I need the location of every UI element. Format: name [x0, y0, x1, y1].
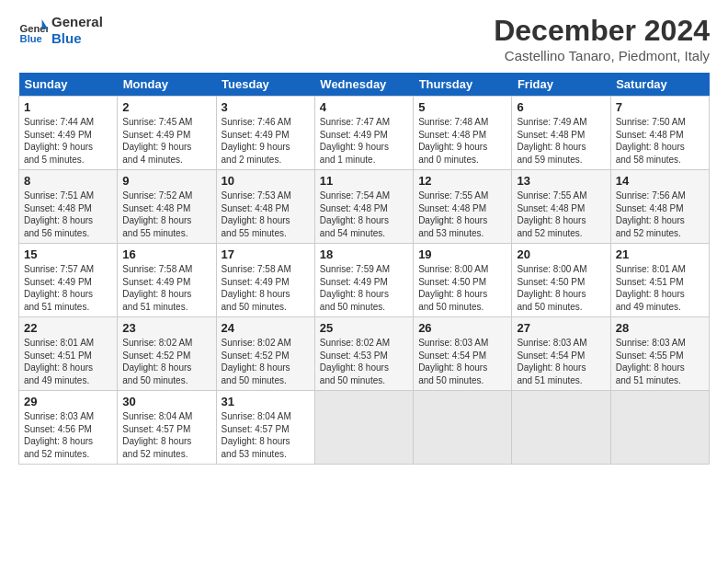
weekday-header-row: SundayMondayTuesdayWednesdayThursdayFrid… [19, 73, 710, 97]
day-cell: 30Sunrise: 8:04 AMSunset: 4:57 PMDayligh… [118, 391, 216, 465]
week-row-3: 15Sunrise: 7:57 AMSunset: 4:49 PMDayligh… [19, 244, 710, 317]
day-cell: 13Sunrise: 7:55 AMSunset: 4:48 PMDayligh… [512, 170, 610, 244]
day-number: 11 [320, 174, 408, 188]
day-info: Sunrise: 7:44 AMSunset: 4:49 PMDaylight:… [24, 116, 112, 166]
header: General Blue General Blue December 2024 … [18, 14, 710, 63]
day-cell: 6Sunrise: 7:49 AMSunset: 4:48 PMDaylight… [512, 97, 610, 170]
week-row-4: 22Sunrise: 8:01 AMSunset: 4:51 PMDayligh… [19, 317, 710, 391]
day-number: 9 [122, 174, 210, 188]
day-cell: 8Sunrise: 7:51 AMSunset: 4:48 PMDaylight… [19, 170, 118, 244]
weekday-monday: Monday [118, 73, 216, 97]
weekday-wednesday: Wednesday [314, 73, 413, 97]
day-cell: 2Sunrise: 7:45 AMSunset: 4:49 PMDaylight… [118, 97, 216, 170]
day-cell: 25Sunrise: 8:02 AMSunset: 4:53 PMDayligh… [314, 317, 413, 391]
day-cell: 11Sunrise: 7:54 AMSunset: 4:48 PMDayligh… [314, 170, 413, 244]
day-number: 8 [24, 174, 112, 188]
day-cell: 21Sunrise: 8:01 AMSunset: 4:51 PMDayligh… [610, 244, 709, 317]
day-number: 16 [122, 247, 210, 261]
day-info: Sunrise: 7:58 AMSunset: 4:49 PMDaylight:… [222, 263, 310, 313]
day-info: Sunrise: 7:49 AMSunset: 4:48 PMDaylight:… [517, 116, 605, 166]
day-info: Sunrise: 7:56 AMSunset: 4:48 PMDaylight:… [616, 190, 704, 239]
day-number: 28 [616, 321, 704, 335]
day-number: 15 [24, 247, 112, 261]
day-info: Sunrise: 7:45 AMSunset: 4:49 PMDaylight:… [122, 116, 210, 166]
day-cell [610, 391, 709, 465]
day-info: Sunrise: 7:50 AMSunset: 4:48 PMDaylight:… [616, 116, 704, 166]
day-cell: 10Sunrise: 7:53 AMSunset: 4:48 PMDayligh… [216, 170, 314, 244]
day-info: Sunrise: 7:57 AMSunset: 4:49 PMDaylight:… [24, 263, 112, 313]
week-row-1: 1Sunrise: 7:44 AMSunset: 4:49 PMDaylight… [19, 97, 710, 170]
day-number: 20 [517, 247, 605, 261]
day-cell: 23Sunrise: 8:02 AMSunset: 4:52 PMDayligh… [118, 317, 216, 391]
day-info: Sunrise: 8:01 AMSunset: 4:51 PMDaylight:… [24, 337, 112, 386]
day-number: 14 [616, 174, 704, 188]
day-cell [314, 391, 413, 465]
day-number: 5 [418, 100, 506, 114]
weekday-thursday: Thursday [414, 73, 512, 97]
day-cell: 1Sunrise: 7:44 AMSunset: 4:49 PMDaylight… [19, 97, 118, 170]
day-info: Sunrise: 8:02 AMSunset: 4:53 PMDaylight:… [320, 337, 408, 386]
day-cell: 7Sunrise: 7:50 AMSunset: 4:48 PMDaylight… [610, 97, 709, 170]
day-cell: 31Sunrise: 8:04 AMSunset: 4:57 PMDayligh… [216, 391, 314, 465]
day-info: Sunrise: 7:54 AMSunset: 4:48 PMDaylight:… [320, 190, 408, 239]
weekday-sunday: Sunday [19, 73, 118, 97]
day-number: 1 [24, 100, 112, 114]
logo: General Blue General Blue [18, 14, 103, 47]
day-number: 29 [24, 395, 112, 408]
day-number: 4 [320, 100, 408, 114]
location: Castellino Tanaro, Piedmont, Italy [494, 48, 710, 63]
day-number: 24 [222, 321, 310, 335]
day-info: Sunrise: 8:03 AMSunset: 4:56 PMDaylight:… [24, 410, 112, 460]
day-number: 12 [418, 174, 506, 188]
day-cell: 27Sunrise: 8:03 AMSunset: 4:54 PMDayligh… [512, 317, 610, 391]
week-row-2: 8Sunrise: 7:51 AMSunset: 4:48 PMDaylight… [19, 170, 710, 244]
day-cell: 4Sunrise: 7:47 AMSunset: 4:49 PMDaylight… [314, 97, 413, 170]
day-number: 25 [320, 321, 408, 335]
day-info: Sunrise: 8:03 AMSunset: 4:54 PMDaylight:… [517, 337, 605, 386]
day-cell: 16Sunrise: 7:58 AMSunset: 4:49 PMDayligh… [118, 244, 216, 317]
day-info: Sunrise: 7:58 AMSunset: 4:49 PMDaylight:… [122, 263, 210, 313]
day-number: 31 [222, 395, 310, 408]
logo-general: General [51, 14, 103, 30]
day-info: Sunrise: 8:00 AMSunset: 4:50 PMDaylight:… [418, 263, 506, 313]
day-info: Sunrise: 7:52 AMSunset: 4:48 PMDaylight:… [122, 190, 210, 239]
weekday-tuesday: Tuesday [216, 73, 314, 97]
day-cell: 3Sunrise: 7:46 AMSunset: 4:49 PMDaylight… [216, 97, 314, 170]
day-number: 27 [517, 321, 605, 335]
day-cell: 20Sunrise: 8:00 AMSunset: 4:50 PMDayligh… [512, 244, 610, 317]
title-block: December 2024 Castellino Tanaro, Piedmon… [494, 14, 710, 63]
day-number: 17 [222, 247, 310, 261]
day-info: Sunrise: 8:03 AMSunset: 4:55 PMDaylight:… [616, 337, 704, 386]
day-cell: 9Sunrise: 7:52 AMSunset: 4:48 PMDaylight… [118, 170, 216, 244]
day-info: Sunrise: 7:53 AMSunset: 4:48 PMDaylight:… [222, 190, 310, 239]
day-number: 18 [320, 247, 408, 261]
weekday-saturday: Saturday [610, 73, 709, 97]
day-info: Sunrise: 8:03 AMSunset: 4:54 PMDaylight:… [418, 337, 506, 386]
day-number: 13 [517, 174, 605, 188]
day-number: 2 [122, 100, 210, 114]
day-info: Sunrise: 8:04 AMSunset: 4:57 PMDaylight:… [122, 410, 210, 460]
day-cell: 28Sunrise: 8:03 AMSunset: 4:55 PMDayligh… [610, 317, 709, 391]
calendar-table: SundayMondayTuesdayWednesdayThursdayFrid… [18, 73, 710, 465]
day-cell: 22Sunrise: 8:01 AMSunset: 4:51 PMDayligh… [19, 317, 118, 391]
day-number: 6 [517, 100, 605, 114]
week-row-5: 29Sunrise: 8:03 AMSunset: 4:56 PMDayligh… [19, 391, 710, 465]
day-cell: 5Sunrise: 7:48 AMSunset: 4:48 PMDaylight… [414, 97, 512, 170]
day-cell: 29Sunrise: 8:03 AMSunset: 4:56 PMDayligh… [19, 391, 118, 465]
day-number: 7 [616, 100, 704, 114]
day-info: Sunrise: 8:01 AMSunset: 4:51 PMDaylight:… [616, 263, 704, 313]
day-number: 21 [616, 247, 704, 261]
day-number: 19 [418, 247, 506, 261]
day-info: Sunrise: 7:59 AMSunset: 4:49 PMDaylight:… [320, 263, 408, 313]
day-cell: 12Sunrise: 7:55 AMSunset: 4:48 PMDayligh… [414, 170, 512, 244]
day-cell: 19Sunrise: 8:00 AMSunset: 4:50 PMDayligh… [414, 244, 512, 317]
day-info: Sunrise: 7:55 AMSunset: 4:48 PMDaylight:… [418, 190, 506, 239]
day-cell: 18Sunrise: 7:59 AMSunset: 4:49 PMDayligh… [314, 244, 413, 317]
day-info: Sunrise: 7:48 AMSunset: 4:48 PMDaylight:… [418, 116, 506, 166]
day-cell: 15Sunrise: 7:57 AMSunset: 4:49 PMDayligh… [19, 244, 118, 317]
day-cell: 17Sunrise: 7:58 AMSunset: 4:49 PMDayligh… [216, 244, 314, 317]
svg-text:Blue: Blue [20, 33, 42, 44]
day-info: Sunrise: 8:00 AMSunset: 4:50 PMDaylight:… [517, 263, 605, 313]
day-info: Sunrise: 8:02 AMSunset: 4:52 PMDaylight:… [122, 337, 210, 386]
day-info: Sunrise: 7:51 AMSunset: 4:48 PMDaylight:… [24, 190, 112, 239]
